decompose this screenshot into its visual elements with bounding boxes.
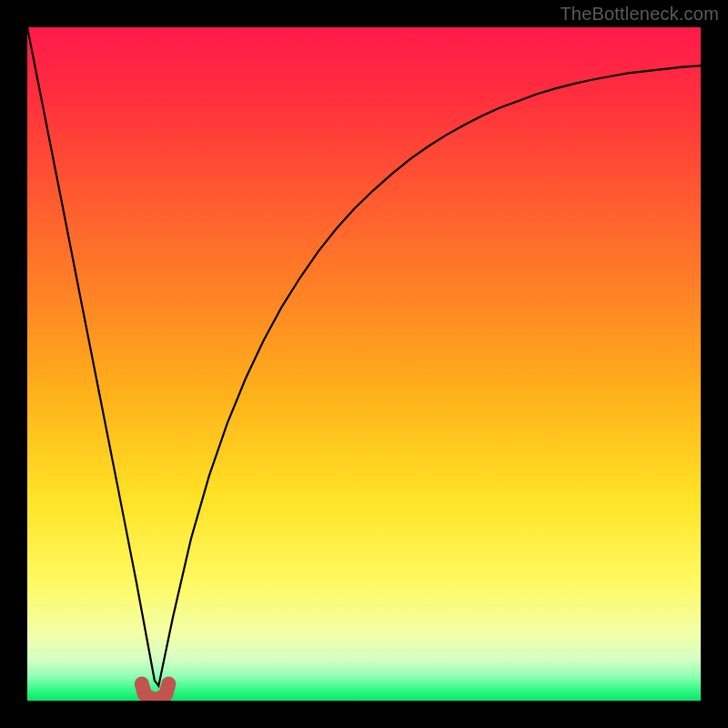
bottleneck-curve <box>27 27 701 701</box>
plot-area <box>27 27 701 701</box>
curve-line <box>27 27 701 686</box>
attribution-text: TheBottleneck.com <box>560 4 719 25</box>
chart-frame: TheBottleneck.com <box>0 0 728 728</box>
highlight-marker <box>142 684 169 700</box>
